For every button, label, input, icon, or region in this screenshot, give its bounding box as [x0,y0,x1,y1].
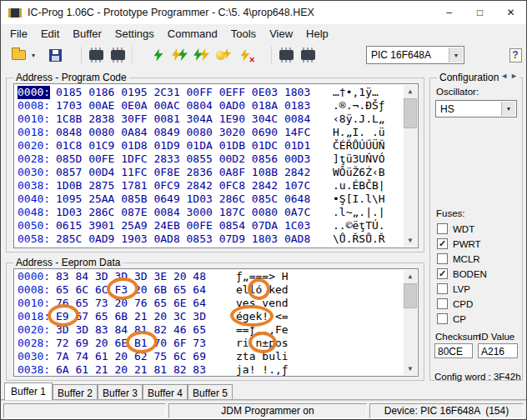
hex-row[interactable]: 0028:72 69 20 6E B1 70 6F 73ri n±pos [14,337,418,350]
hex-address[interactable]: 0040: [18,192,50,206]
menu-edit[interactable]: Edit [34,26,66,42]
menu-buffer[interactable]: Buffer [66,26,108,42]
menu-tools[interactable]: Tools [224,26,263,42]
hex-address[interactable]: 0050: [18,219,50,232]
hex-bytes[interactable]: 1D0B 2875 1781 0FC9 2842 0FC8 2842 107C [56,179,310,192]
hex-row[interactable]: 0030:7A 74 61 20 62 75 6C 69zta buli [14,350,418,363]
hex-address[interactable]: 0038: [18,363,50,377]
hex-address[interactable]: 0008: [18,99,50,112]
menu-help[interactable]: Help [299,26,335,42]
program-all-button[interactable] [148,45,169,65]
hex-address[interactable]: 0010: [18,112,50,126]
hex-address[interactable]: 0030: [18,350,50,363]
tab-buffer-2[interactable]: Buffer 2 [53,384,98,399]
hex-ascii[interactable]: .u.ÉBČB| [333,179,385,192]
menu-view[interactable]: View [263,26,299,42]
device-select-dropdown-button[interactable]: ▼ [449,48,463,62]
hex-address[interactable]: 0018: [18,310,50,323]
fuse-pwrt-checkbox[interactable]: ✓ [437,238,448,249]
fuse-wdt-checkbox[interactable] [437,223,448,234]
fuse-mclr[interactable]: MCLR [437,253,487,264]
read-all-button[interactable] [169,45,191,65]
config-next-button[interactable]: ► [510,72,518,80]
hex-row[interactable]: 0028:085D 00FE 1DFC 2833 0855 00D2 0856 … [14,152,418,166]
fuse-cpd-checkbox[interactable] [437,298,448,309]
fuse-pwrt[interactable]: ✓PWRT [437,238,487,249]
hex-address[interactable]: 0020: [18,139,50,152]
hex-ascii[interactable]: .®.¬.ĐŠƒ [333,99,385,112]
hex-bytes[interactable]: 0185 0186 0195 2C31 00FF 0EFF 0E03 1803 [56,86,310,99]
hex-bytes[interactable]: 76 65 73 20 76 65 6E 64 [56,297,206,310]
hex-bytes[interactable]: 0848 0080 0A84 0849 0080 3020 0690 14FC [56,126,310,139]
erase-button[interactable] [213,45,234,65]
hex-row[interactable]: 0058:285C 0AD9 1903 0AD8 0853 07D9 1803 … [14,232,418,246]
hex-address[interactable]: 0010: [18,297,50,310]
hex-ascii[interactable]: ..©ëţTÚ. [333,219,385,232]
hex-row[interactable]: 0050:0615 3901 25A9 24EB 00FE 0854 07DA … [14,219,418,232]
oscillator-dropdown-button[interactable]: ▼ [501,102,515,116]
code-compare-button[interactable] [275,45,297,65]
maximize-button[interactable]: □ [464,1,495,24]
hex-row[interactable]: 0018:0848 0080 0A84 0849 0080 3020 0690 … [14,126,418,139]
hex-address[interactable]: 0048: [18,206,50,219]
help-button[interactable]: ? [504,45,526,65]
hex-bytes[interactable]: 1D03 286C 087E 0084 3000 187C 0080 0A7C [56,206,310,219]
hex-row[interactable]: 0000:0185 0186 0195 2C31 00FF 0EFF 0E03 … [14,86,418,99]
hex-ascii[interactable]: H.„I. .ü [333,126,385,139]
hex-row[interactable]: 0038:1D0B 2875 1781 0FC9 2842 0FC8 2842 … [14,179,418,192]
device-select[interactable]: PIC 16F648A ▼ [366,46,464,64]
save-button[interactable] [44,45,66,65]
close-button[interactable]: ✕ [495,1,526,24]
eeprom-scrollbar[interactable]: ▲ ▼ [404,270,417,375]
verify-button[interactable] [191,45,213,65]
fuse-mclr-checkbox[interactable] [437,253,448,264]
hex-ascii[interactable]: \Ů.ŘSŮ.Ř [333,232,385,246]
hex-row[interactable]: 0008:1703 00AE 0E0A 00AC 0804 0AD0 018A … [14,99,418,112]
config-prev-button[interactable]: ◄ [500,72,508,80]
fuse-cpd[interactable]: CPD [437,298,487,309]
hex-bytes[interactable]: 1C8B 2838 30FF 0081 304A 1E90 304C 0084 [56,112,310,126]
fuse-lvp-checkbox[interactable] [437,283,448,294]
fuse-lvp[interactable]: LVP [437,283,487,294]
tab-buffer-4[interactable]: Buffer 4 [143,384,188,399]
hex-ascii[interactable]: ]ţü3UŇVÓ [333,152,385,166]
hex-row[interactable]: 0010:1C8B 2838 30FF 0081 304A 1E90 304C … [14,112,418,126]
hex-bytes[interactable]: 1703 00AE 0E0A 00AC 0804 0AD0 018A 0183 [56,99,310,112]
hex-row[interactable]: 0000:83 84 3D 3D 3D 3E 20 48ƒ„===> H [14,270,418,283]
open-dropdown-button[interactable]: ▾ [29,52,38,59]
hardware-check-button[interactable] [297,45,319,65]
hex-ascii[interactable]: •Ş[I.l\H [333,192,385,206]
hex-row[interactable]: 0008:65 6C 6C F3 20 6B 65 64elló ked [14,283,418,297]
fuse-cp[interactable]: CP [437,313,487,324]
blank-check-button[interactable]: ✕ [234,45,256,65]
scroll-down-button[interactable]: ▼ [404,362,417,375]
menu-settings[interactable]: Settings [108,26,161,42]
hex-bytes[interactable]: 7A 74 61 20 62 75 6C 69 [56,350,206,363]
scroll-up-button[interactable]: ▲ [404,270,417,282]
scroll-thumb[interactable] [404,98,417,128]
hex-row[interactable]: 0038:6A 61 21 20 21 81 82 83ja! !.‚ƒ [14,363,418,377]
write-code-button[interactable] [107,45,128,65]
hex-bytes[interactable]: 6A 61 21 20 21 81 82 83 [56,363,206,377]
hex-row[interactable]: 0048:1D03 286C 087E 0084 3000 187C 0080 … [14,206,418,219]
scroll-down-button[interactable]: ▼ [404,234,417,247]
hex-row[interactable]: 0020:01C8 01C9 01D8 01D9 01DA 01DB 01DC … [14,139,418,152]
hex-bytes[interactable]: 0615 3901 25A9 24EB 00FE 0854 07DA 1C03 [56,219,310,232]
hex-row[interactable]: 0020:3D 3D 83 84 81 82 46 65==ƒ„.‚Fe [14,323,418,337]
hex-address[interactable]: 0000: [18,86,50,99]
scroll-thumb[interactable] [404,283,417,308]
hex-bytes[interactable]: 01C8 01C9 01D8 01D9 01DA 01DB 01DC 01D1 [56,139,310,152]
hex-address[interactable]: 0038: [18,179,50,192]
hex-address[interactable]: 0058: [18,232,50,246]
fuse-wdt[interactable]: WDT [437,223,487,234]
program-code-hexview[interactable]: 0000:0185 0186 0195 2C31 00FF 0EFF 0E03 … [13,83,419,248]
program-code-scrollbar[interactable]: ▲ ▼ [404,85,417,247]
hex-row[interactable]: 0040:1095 25AA 085B 0649 1D03 286C 085C … [14,192,418,206]
tab-buffer-5[interactable]: Buffer 5 [188,384,233,399]
scroll-up-button[interactable]: ▲ [404,85,417,98]
menu-file[interactable]: File [3,26,34,42]
hex-ascii[interactable]: .l~„.|.| [333,206,385,219]
hex-bytes[interactable]: 1095 25AA 085B 0649 1D03 286C 085C 0648 [56,192,310,206]
hex-ascii[interactable]: …†•,1ÿ… [333,86,379,99]
open-file-button[interactable] [8,45,29,65]
